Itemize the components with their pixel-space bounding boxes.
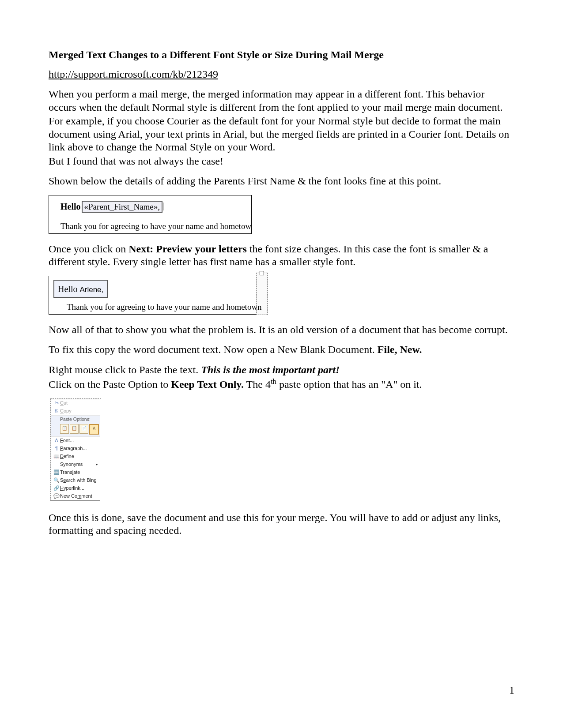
menu-label: Font... [60,438,98,444]
page-title: Merged Text Changes to a Different Font … [49,49,514,62]
text-run: The 4 [244,379,271,390]
body-text: For example, if you choose Courier as th… [49,115,514,154]
bold-italic-run: This is the most important part! [201,364,340,375]
kb-link[interactable]: http://support.microsoft.com/kb/212349 [49,68,218,81]
paste-picture-button[interactable]: 📄 [79,424,88,434]
bold-run: File, New. [378,344,422,355]
paragraph-icon: ¶ [53,446,60,452]
paragraph-6-7: Right mouse click to Paste the text. Thi… [49,364,514,391]
menu-label: Paragraph... [60,446,98,452]
menu-label: Hyperlink... [60,485,98,492]
submenu-arrow-icon: ▸ [96,462,98,467]
paste-options-label: Paste Options: [51,415,100,423]
text-run: paste option that has an "A" on it. [276,379,422,390]
paste-text-only-button[interactable]: A [89,424,99,435]
word-hello-line: Hello «Parent_First_Name», [60,201,247,213]
page-number: 1 [509,684,514,697]
paragraph-8: Once this is done, save the document and… [49,511,514,537]
selection-box: Hello Arlene, [53,280,108,298]
text-run: Right mouse click to Paste the text. [49,364,201,375]
menu-label: Copy [60,408,98,414]
menu-item-font[interactable]: A Font... [51,437,100,445]
body-text: When you perform a mail merge, the merge… [49,88,514,114]
body-text: Click on the Paste Option to Keep Text O… [49,377,514,391]
merge-field: «Parent_First_Name», [82,201,163,213]
font-icon: A [53,438,60,444]
translate-icon: 🔤 [53,469,60,476]
comment-icon: 💬 [53,493,60,499]
paragraph-3: Once you click on Next: Preview your let… [49,243,514,269]
thank-line: Thank you for agreeing to have your name… [60,221,251,231]
paragraph-5: To fix this copy the word document text.… [49,343,514,356]
menu-item-copy[interactable]: ⎘ Copy [51,407,100,415]
scissors-icon: ✂ [53,400,60,406]
letter-a-icon: A [93,426,96,432]
bold-run: Next: Preview your letters [128,243,247,255]
menu-label: Translate [60,469,98,476]
paragraph-2: Shown below the details of adding the Pa… [49,175,514,188]
document-page: Merged Text Changes to a Different Font … [0,0,563,728]
body-text: Once you click on Next: Preview your let… [49,243,514,269]
link-icon: 🔗 [53,485,60,492]
word-snippet-2: Hello Arlene, Thank you for agreeing to … [49,276,256,315]
menu-item-search-bing[interactable]: 🔍 Search with Bing [51,477,100,484]
thank-line: Thank you for agreeing to have your name… [67,302,262,312]
menu-item-define[interactable]: 📖 Define [51,453,100,461]
text-run: Once you click on [49,243,128,255]
context-menu-screenshot: ✂ Cut ⎘ Copy Paste Options: 📋 📋 📄 A A Fo… [50,398,101,501]
search-icon: 🔍 [53,477,60,484]
merged-name: Arlene, [79,285,103,294]
text-cursor [163,203,163,210]
menu-item-paragraph[interactable]: ¶ Paragraph... [51,445,100,453]
body-text: But I found that was not always the case… [49,155,514,168]
menu-item-translate[interactable]: 🔤 Translate [51,469,100,477]
menu-label: Search with Bing [60,477,98,484]
context-menu: ✂ Cut ⎘ Copy Paste Options: 📋 📋 📄 A A Fo… [51,399,100,501]
bold-run: Keep Text Only. [171,379,244,390]
paragraph-1: When you perform a mail merge, the merge… [49,88,514,168]
menu-label: Define [60,454,98,460]
hello-text: Hello [58,284,79,294]
menu-item-cut[interactable]: ✂ Cut [51,399,100,407]
superscript: th [271,377,276,386]
word-snippet-1: Hello «Parent_First_Name», Thank you for… [49,195,252,234]
menu-label: Cut [60,400,98,406]
menu-item-hyperlink[interactable]: 🔗 Hyperlink... [51,484,100,492]
paste-merge-button[interactable]: 📋 [70,424,79,434]
resize-handle-icon [260,271,264,275]
menu-label: Synonyms [60,462,96,468]
menu-item-synonyms[interactable]: Synonyms ▸ [51,461,100,469]
copy-icon: ⎘ [53,408,60,414]
text-run: To fix this copy the word document text.… [49,344,378,355]
text-run: Click on the Paste Option to [49,379,171,390]
paste-options-row: 📋 📋 📄 A [51,423,100,437]
paragraph-4: Now all of that to show you what the pro… [49,323,514,337]
hello-text: Hello [60,201,81,212]
menu-item-new-comment[interactable]: 💬 New Comment [51,492,100,500]
body-text: Right mouse click to Paste the text. Thi… [49,364,514,377]
paste-keep-source-button[interactable]: 📋 [60,424,69,434]
menu-label: New Comment [60,493,98,499]
book-icon: 📖 [53,454,60,460]
